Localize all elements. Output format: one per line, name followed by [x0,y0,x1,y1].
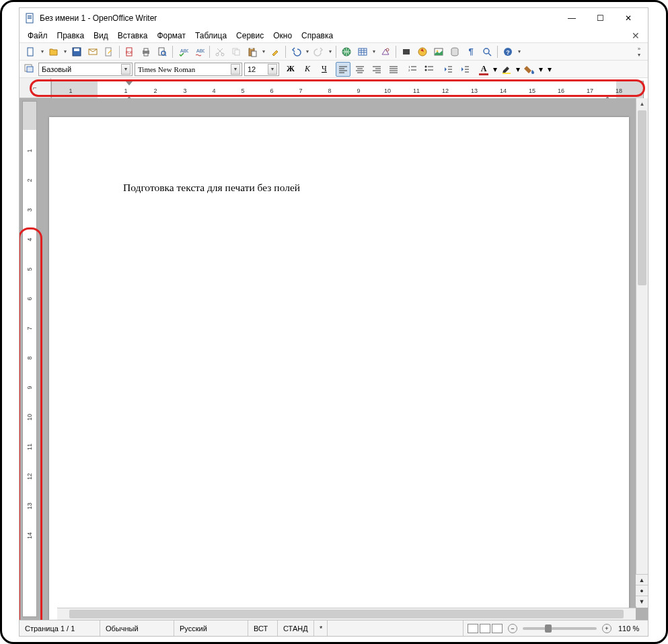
copy-button[interactable] [229,44,244,59]
horizontal-scrollbar[interactable] [57,608,636,620]
align-center-button[interactable] [352,62,367,77]
email-button[interactable] [85,44,100,59]
gallery-button[interactable] [431,44,446,59]
menu-file[interactable]: Файл [24,30,52,42]
font-color-dropdown[interactable]: ▾ [493,65,497,74]
print-button[interactable] [139,44,153,59]
save-button[interactable] [69,44,84,59]
zoom-slider-knob[interactable] [545,624,552,633]
insert-mode-cell[interactable]: ВСТ [248,620,278,636]
nonprinting-button[interactable]: ¶ [463,44,478,59]
zoom-in-button[interactable]: + [602,624,611,633]
italic-button[interactable]: К [300,62,315,77]
close-document-button[interactable]: ✕ [628,29,644,42]
zoom-out-button[interactable]: − [508,624,517,633]
styles-button[interactable] [24,63,34,75]
undo-button[interactable] [289,44,303,59]
help-button[interactable]: ? [500,44,515,59]
numbered-list-button[interactable]: 12 [405,62,420,77]
tab-stop-selector[interactable]: ⌐ [20,78,51,98]
zoom-slider[interactable] [523,627,597,630]
bullet-list-button[interactable] [422,62,437,77]
page-style-cell[interactable]: Обычный [100,620,174,636]
selection-mode-cell[interactable]: СТАНД [278,620,314,636]
language-cell[interactable]: Русский [174,620,248,636]
font-color-button[interactable]: A [476,62,491,77]
bold-button[interactable]: Ж [283,62,298,77]
new-doc-dropdown[interactable]: ▾ [40,44,45,59]
page-number-cell[interactable]: Страница 1 / 1 [20,620,100,636]
modified-cell[interactable]: * [314,620,328,636]
book-view-button[interactable] [492,624,503,633]
formatting-toolbar: Базовый▼ Times New Roman▼ 12▼ Ж К Ч 12 A… [20,61,648,78]
zoom-button[interactable] [480,44,494,59]
redo-dropdown[interactable]: ▾ [328,44,333,59]
toolbar-overflow[interactable]: ▾ [548,65,552,74]
paragraph-style-combo[interactable]: Базовый▼ [38,63,133,76]
font-name-combo[interactable]: Times New Roman▼ [135,63,242,76]
svg-text:?: ? [506,49,510,56]
hyperlink-button[interactable] [339,44,354,59]
toolbar-overflow[interactable]: »▾ [634,46,644,58]
background-color-button[interactable] [522,62,537,77]
redo-button[interactable] [311,44,326,59]
prev-page-button[interactable]: ▲ [636,574,648,585]
open-button[interactable] [46,44,61,59]
menu-window[interactable]: Окно [269,30,296,42]
edit-doc-button[interactable] [102,44,116,59]
navigator-button[interactable] [415,44,430,59]
export-pdf-button[interactable]: PDF [122,44,137,59]
vertical-scrollbar[interactable]: ▲ ▼ [636,98,648,608]
menu-view[interactable]: Вид [89,30,112,42]
undo-dropdown[interactable]: ▾ [305,44,310,59]
align-left-button[interactable] [336,62,350,77]
menu-help[interactable]: Справка [297,30,337,42]
top-margin-area[interactable] [23,102,36,130]
align-right-button[interactable] [369,62,384,77]
paste-button[interactable] [245,44,260,59]
maximize-button[interactable]: ☐ [586,9,614,28]
spellcheck-button[interactable]: ABC [176,44,190,59]
auto-spellcheck-button[interactable]: ABC [192,44,207,59]
help-dropdown[interactable]: ▾ [517,44,522,59]
scroll-thumb[interactable] [638,110,646,285]
highlight-dropdown[interactable]: ▾ [516,65,520,74]
close-button[interactable]: ✕ [614,9,642,28]
scroll-up-button[interactable]: ▲ [636,98,648,109]
document-text[interactable]: Подготовка текста для печати без полей [123,182,574,194]
document-page[interactable]: Подготовка текста для печати без полей [49,117,629,620]
cut-button[interactable] [213,44,227,59]
find-button[interactable] [399,44,414,59]
decrease-indent-button[interactable] [441,62,455,77]
align-justify-button[interactable] [386,62,401,77]
highlight-button[interactable] [499,62,514,77]
scroll-thumb[interactable] [69,610,624,618]
next-page-button[interactable]: ▼ [636,596,648,606]
underline-button[interactable]: Ч [317,62,332,77]
format-paintbrush-button[interactable] [268,44,283,59]
table-dropdown[interactable]: ▾ [371,44,377,59]
show-draw-button[interactable] [378,44,393,59]
menu-table[interactable]: Таблица [191,30,231,42]
vertical-ruler[interactable]: 1 2 3 4 5 6 7 8 9 10 11 12 13 14 [22,101,37,617]
menu-edit[interactable]: Правка [53,30,89,42]
zoom-percent-cell[interactable]: 110 % [613,620,648,636]
font-name-value: Times New Roman [138,65,195,73]
single-page-view-button[interactable] [468,624,478,633]
nav-select-button[interactable]: ● [636,585,648,596]
increase-indent-button[interactable] [457,62,472,77]
menu-format[interactable]: Формат [153,30,190,42]
first-line-indent-marker[interactable] [126,81,133,85]
new-doc-button[interactable] [24,44,38,59]
menu-tools[interactable]: Сервис [232,30,268,42]
font-size-combo[interactable]: 12▼ [244,63,279,76]
minimize-button[interactable]: — [558,9,586,28]
menu-insert[interactable]: Вставка [114,30,152,42]
multi-page-view-button[interactable] [480,624,490,633]
print-preview-button[interactable] [155,44,170,59]
open-dropdown[interactable]: ▾ [63,44,68,59]
datasource-button[interactable] [447,44,462,59]
table-button[interactable] [355,44,370,59]
background-color-dropdown[interactable]: ▾ [539,65,543,74]
paste-dropdown[interactable]: ▾ [261,44,266,59]
